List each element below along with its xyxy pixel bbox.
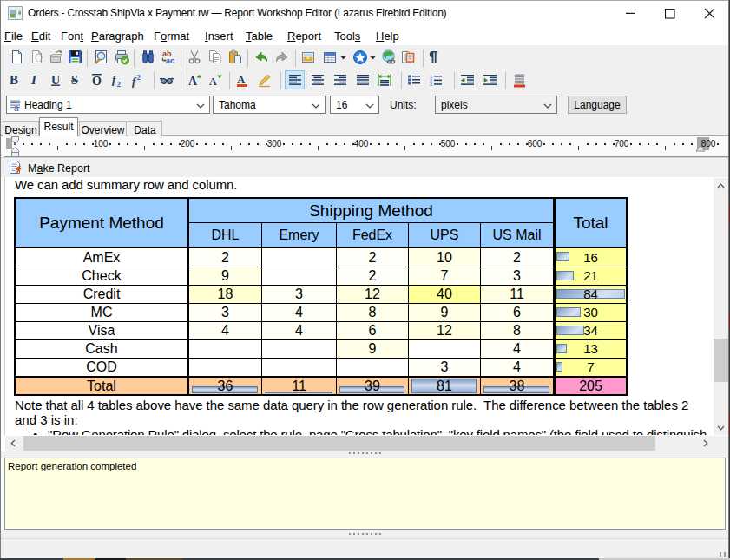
svg-text:A: A bbox=[188, 75, 198, 88]
svg-text:ac: ac bbox=[166, 56, 174, 64]
svg-text:B: B bbox=[10, 73, 18, 87]
svg-text:I: I bbox=[30, 73, 37, 87]
svg-text:2: 2 bbox=[137, 73, 141, 82]
svg-text:U: U bbox=[51, 74, 60, 87]
svg-text:3: 3 bbox=[430, 82, 432, 87]
svg-text:O: O bbox=[92, 75, 102, 88]
svg-text:{}: {} bbox=[34, 54, 43, 63]
svg-text:2: 2 bbox=[117, 80, 122, 89]
svg-text:S: S bbox=[71, 74, 78, 87]
svg-text:A: A bbox=[209, 76, 217, 88]
svg-text:A: A bbox=[237, 73, 246, 86]
svg-text:a: a bbox=[14, 103, 19, 112]
